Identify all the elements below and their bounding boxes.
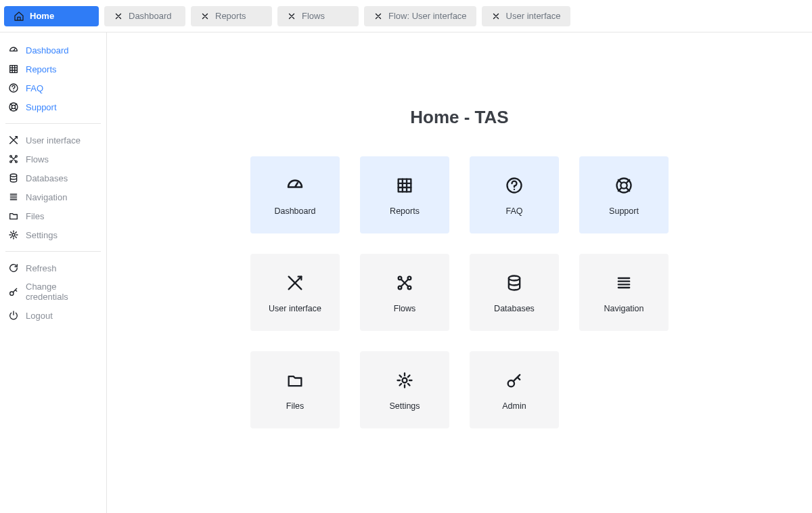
tile-label: Dashboard — [274, 206, 315, 216]
tab-reports[interactable]: Reports — [191, 6, 272, 26]
list-icon — [614, 271, 633, 294]
help-icon — [505, 174, 524, 197]
main-content: Home - TAS Dashboard Reports FAQ Support… — [107, 32, 812, 513]
sidebar-item-settings[interactable]: Settings — [5, 225, 101, 244]
tab-label: User interface — [506, 11, 561, 21]
help-icon — [8, 83, 19, 93]
tile-label: FAQ — [505, 206, 522, 216]
tab-label: Reports — [215, 11, 246, 21]
lifebuoy-icon — [8, 102, 19, 112]
tile-label: Files — [286, 401, 304, 411]
sidebar-item-reports[interactable]: Reports — [5, 60, 101, 79]
key-icon — [8, 286, 19, 297]
sidebar-item-navigation[interactable]: Navigation — [5, 187, 101, 206]
grid-icon — [8, 64, 19, 74]
sidebar-item-refresh[interactable]: Refresh — [5, 259, 101, 277]
tile-dashboard[interactable]: Dashboard — [250, 156, 340, 233]
close-icon[interactable] — [114, 12, 123, 21]
tile-grid: Dashboard Reports FAQ Support User inter… — [250, 156, 669, 428]
tile-navigation[interactable]: Navigation — [579, 254, 669, 331]
lifebuoy-icon — [614, 174, 633, 197]
tab-dashboard[interactable]: Dashboard — [104, 6, 185, 26]
design-icon — [8, 135, 19, 146]
tile-user-interface[interactable]: User interface — [250, 254, 340, 331]
sidebar-item-label: User interface — [26, 135, 81, 146]
tile-faq[interactable]: FAQ — [470, 156, 559, 233]
tab-label: Flow: User interface — [388, 11, 467, 21]
sidebar-item-label: Files — [26, 211, 44, 221]
tile-label: Databases — [494, 304, 535, 313]
design-icon — [286, 271, 304, 294]
grid-icon — [395, 174, 414, 197]
tab-flows[interactable]: Flows — [277, 6, 359, 26]
tile-support[interactable]: Support — [579, 156, 669, 233]
tile-admin[interactable]: Admin — [470, 351, 559, 428]
sidebar-item-label: Settings — [26, 230, 58, 240]
close-icon[interactable] — [287, 12, 296, 21]
gear-icon — [395, 369, 414, 392]
home-icon — [14, 11, 24, 22]
folder-icon — [286, 369, 304, 392]
flows-icon — [8, 154, 19, 164]
sidebar-item-support[interactable]: Support — [5, 97, 101, 116]
sidebar-item-label: Change credentials — [26, 282, 98, 302]
sidebar-item-label: Support — [26, 102, 57, 112]
sidebar-item-user-interface[interactable]: User interface — [5, 131, 101, 150]
tab-label: Dashboard — [129, 11, 172, 21]
tile-settings[interactable]: Settings — [360, 351, 449, 428]
sidebar-item-label: Flows — [26, 154, 49, 164]
page-title: Home - TAS — [410, 107, 508, 128]
close-icon[interactable] — [200, 12, 210, 21]
database-icon — [8, 173, 19, 183]
refresh-icon — [8, 263, 19, 273]
folder-icon — [8, 210, 19, 221]
tile-label: Reports — [390, 206, 420, 216]
tab-label: Flows — [302, 11, 325, 21]
tile-label: Navigation — [604, 304, 644, 313]
tile-label: Flows — [394, 304, 416, 313]
tile-label: Settings — [389, 401, 420, 411]
close-icon[interactable] — [491, 12, 501, 21]
sidebar-item-files[interactable]: Files — [5, 206, 101, 225]
power-icon — [8, 310, 19, 321]
tab-user-interface[interactable]: User interface — [482, 6, 570, 26]
database-icon — [505, 271, 524, 294]
tile-reports[interactable]: Reports — [360, 156, 449, 233]
tile-label: User interface — [269, 304, 321, 313]
gear-icon — [8, 229, 19, 240]
sidebar-item-logout[interactable]: Logout — [5, 306, 101, 325]
sidebar-item-dashboard[interactable]: Dashboard — [5, 41, 101, 60]
sidebar-item-label: Logout — [26, 311, 53, 321]
tab-bar: Home Dashboard Reports Flows Flow: User … — [0, 0, 812, 32]
sidebar-item-label: Navigation — [26, 192, 67, 202]
tile-flows[interactable]: Flows — [360, 254, 449, 331]
list-icon — [8, 192, 19, 202]
key-icon — [505, 369, 524, 392]
sidebar-item-label: Databases — [26, 173, 68, 183]
close-icon[interactable] — [374, 12, 383, 21]
sidebar-item-label: Refresh — [26, 263, 57, 273]
sidebar: Dashboard Reports FAQ Support User inter… — [0, 32, 107, 513]
sidebar-item-faq[interactable]: FAQ — [5, 79, 101, 97]
tile-label: Support — [609, 206, 639, 216]
dashboard-icon — [8, 45, 19, 55]
flows-icon — [395, 271, 414, 294]
sidebar-item-change-credentials[interactable]: Change credentials — [5, 277, 101, 306]
divider — [5, 123, 101, 124]
tile-databases[interactable]: Databases — [470, 254, 559, 331]
sidebar-item-label: Reports — [26, 64, 57, 74]
tab-flow-user-interface[interactable]: Flow: User interface — [364, 6, 476, 26]
tab-home[interactable]: Home — [4, 6, 99, 26]
dashboard-icon — [285, 174, 305, 197]
tile-files[interactable]: Files — [250, 351, 340, 428]
tile-label: Admin — [502, 401, 526, 411]
sidebar-item-label: FAQ — [26, 83, 43, 93]
sidebar-item-databases[interactable]: Databases — [5, 169, 101, 187]
tab-label: Home — [30, 11, 54, 21]
sidebar-item-flows[interactable]: Flows — [5, 150, 101, 169]
sidebar-item-label: Dashboard — [26, 45, 69, 55]
divider — [5, 251, 101, 252]
